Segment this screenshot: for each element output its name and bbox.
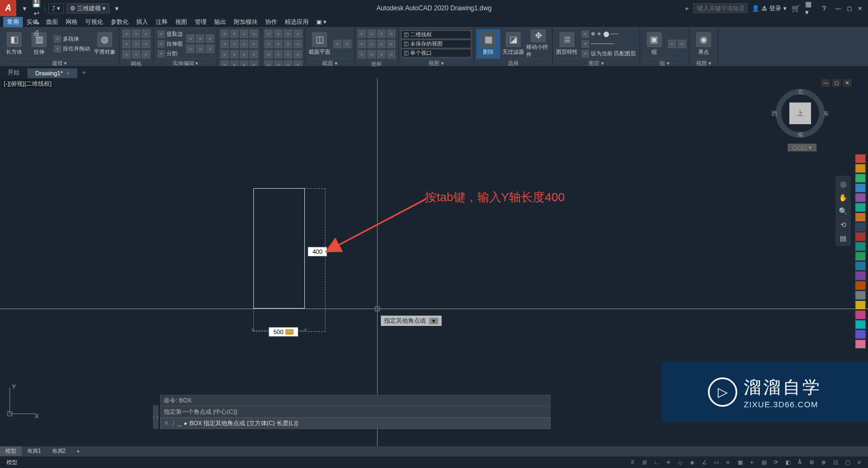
close-cmd-icon[interactable]: ✕ <box>164 420 169 427</box>
vp-minimize-icon[interactable]: — <box>821 79 830 87</box>
workspace-dropdown[interactable]: ⚙ 三维建模 ▾ <box>66 3 110 14</box>
ribbon-big-9-0[interactable]: ≣图层特性 <box>555 29 579 59</box>
snap-toggle-icon[interactable]: ⊞ <box>639 458 650 467</box>
palette-tool-14[interactable] <box>855 291 866 300</box>
ribbon-panel-title[interactable]: 视图 ▾ <box>692 59 716 66</box>
ribbon-tiny-6-0-1[interactable]: ▫ <box>367 29 376 38</box>
ribbon-tiny-10-0-1[interactable]: ▫ <box>678 40 686 48</box>
ribbon-tab-6[interactable]: 插入 <box>132 17 152 27</box>
ribbon-tab-10[interactable]: 输出 <box>210 17 230 27</box>
palette-tool-17[interactable] <box>855 320 866 329</box>
ucs-icon[interactable]: Y X <box>4 381 42 419</box>
osnap-toggle-icon[interactable]: ◇ <box>675 458 686 467</box>
palette-tool-6[interactable] <box>855 213 866 222</box>
ribbon-med-2-0-0[interactable]: ▫提取边 <box>156 29 184 39</box>
palette-tool-7[interactable] <box>855 222 866 232</box>
ribbon-big-8-0[interactable]: ▦删除 <box>476 29 500 59</box>
ribbon-panel-title[interactable]: 组 ▾ <box>642 59 687 66</box>
ribbon-tiny-6-0-2[interactable]: ▫ <box>377 29 386 38</box>
qp-icon[interactable]: ▤ <box>758 458 769 467</box>
ribbon-panel-title[interactable]: 建模 ▾ <box>2 59 117 66</box>
share-button[interactable]: ⤴ ▾ <box>48 3 64 14</box>
palette-tool-18[interactable] <box>855 330 866 339</box>
ribbon-tiny-3-0-2[interactable]: ▫ <box>240 29 248 38</box>
ribbon-panel-title[interactable]: 截面 ▾ <box>308 59 352 66</box>
ribbon-tiny-2-0-2[interactable]: ▫ <box>206 34 214 43</box>
ribbon-tiny-2-1-1[interactable]: ▫ <box>196 44 205 53</box>
annomon-icon[interactable]: ⊕ <box>818 458 829 467</box>
ribbon-tiny-4-1-0[interactable]: ▫ <box>264 40 273 48</box>
ribbon-tiny-6-0-3[interactable]: ▫ <box>387 29 395 38</box>
ribbon-tiny-3-1-0[interactable]: ▫ <box>220 40 229 48</box>
ribbon-tiny-1-2-1[interactable]: ▫ <box>132 50 141 59</box>
ribbon-panel-title[interactable]: 选择 <box>476 59 550 66</box>
doc-tab-0[interactable]: 开始 <box>0 67 28 78</box>
palette-tool-2[interactable] <box>855 174 866 183</box>
ribbon-tiny-3-1-2[interactable]: ▫ <box>240 40 248 48</box>
ribbon-med-9-1-0[interactable]: ▫❄ ☀ ⬤ ── <box>580 29 637 39</box>
layout-tab-1[interactable]: 布局1 <box>22 446 47 456</box>
ribbon-panel-title[interactable]: 视图 ▾ <box>401 59 471 66</box>
ribbon-med-2-0-2[interactable]: ▫分割 <box>156 49 184 58</box>
polar-toggle-icon[interactable]: ✛ <box>663 458 674 467</box>
viewport-label[interactable]: [-][俯视][二维线框] <box>2 79 53 88</box>
viewcube-top-face[interactable]: 上 <box>789 102 811 124</box>
ribbon-tiny-6-1-1[interactable]: ▫ <box>367 40 376 48</box>
app-logo[interactable]: A <box>0 0 16 16</box>
qat-triangle-icon[interactable]: ▾ <box>20 3 29 13</box>
pan-icon[interactable]: ✋ <box>837 191 849 203</box>
ribbon-tiny-6-1-0[interactable]: ▫ <box>358 40 366 48</box>
ribbon-tiny-2-1-0[interactable]: ▫ <box>186 44 195 53</box>
ribbon-tiny-3-2-1[interactable]: ▫ <box>230 50 239 59</box>
ribbon-big-8-1[interactable]: ◪无过滤器 <box>501 29 525 59</box>
ribbon-tiny-4-2-1[interactable]: ▫ <box>274 50 283 59</box>
ribbon-tab-8[interactable]: 视图 <box>171 17 191 27</box>
viewcube-south[interactable]: 南 <box>797 131 803 139</box>
ribbon-tiny-1-0-2[interactable]: ▫ <box>142 29 150 38</box>
ribbon-tiny-6-2-2[interactable]: ▫ <box>377 50 386 59</box>
palette-tool-16[interactable] <box>855 310 866 319</box>
ribbon-tab-13[interactable]: 精选应用 <box>281 17 312 27</box>
lineweight-toggle-icon[interactable]: ≡ <box>723 458 733 467</box>
ribbon-tiny-4-0-2[interactable]: ▫ <box>284 29 292 38</box>
ribbon-tiny-6-2-0[interactable]: ▫ <box>358 50 366 59</box>
vp-maximize-icon[interactable]: ▢ <box>832 79 841 87</box>
viewcube-east[interactable]: 东 <box>823 110 829 118</box>
palette-tool-8[interactable] <box>855 232 866 241</box>
commandline-drag-handle[interactable]: ⋮⋮ <box>153 405 158 429</box>
ribbon-tab-12[interactable]: 协作 <box>261 17 281 27</box>
ribbon-tiny-2-1-2[interactable]: ▫ <box>206 44 214 53</box>
cleanscreen-icon[interactable]: ▢ <box>842 458 853 467</box>
ribbon-big-8-2[interactable]: ✥移动小控件 <box>526 29 550 59</box>
ribbon-tiny-4-2-0[interactable]: ▫ <box>264 50 273 59</box>
viewcube-north[interactable]: 北 <box>797 88 803 96</box>
add-tab-button[interactable]: + <box>78 67 90 78</box>
ribbon-tiny-10-0-0[interactable]: ▫ <box>668 40 676 48</box>
ribbon-panel-title[interactable]: 实体编辑 ▾ <box>156 59 215 66</box>
status-model-button[interactable]: 模型 <box>3 459 17 466</box>
palette-tool-11[interactable] <box>855 261 866 271</box>
drawing-area[interactable]: [-][俯视][二维线框] — ▢ ✕ 400 500🔒 指定其他角点或▼ 按t… <box>0 78 868 446</box>
qat-btn-4[interactable]: ↪ <box>31 18 41 28</box>
layout-tab-2[interactable]: 布局2 <box>47 446 72 456</box>
ribbon-tiny-6-0-0[interactable]: ▫ <box>358 29 366 38</box>
cart-icon[interactable]: 🛒 <box>791 3 801 13</box>
ribbon-med-0-2-1[interactable]: ▫按住并拖动 <box>52 44 92 53</box>
ribbon-panel-title[interactable]: 网格 <box>122 59 151 67</box>
maximize-button[interactable]: ▢ <box>844 4 854 12</box>
ribbon-tiny-4-0-3[interactable]: ▫ <box>293 29 302 38</box>
ribbon-tiny-1-0-0[interactable]: ▫ <box>122 29 131 38</box>
ribbon-tiny-6-1-3[interactable]: ▫ <box>387 40 395 48</box>
ribbon-tab-7[interactable]: 注释 <box>152 17 171 27</box>
close-button[interactable]: ✕ <box>855 4 865 12</box>
annoscale-icon[interactable]: Å <box>794 458 805 467</box>
hardware-icon[interactable]: ⊡ <box>830 458 841 467</box>
app-switcher-icon[interactable]: ▦ ▾ <box>805 3 815 13</box>
ribbon-dd-7-2[interactable]: ◫ 单个视口 <box>401 49 471 57</box>
ribbon-tiny-4-1-1[interactable]: ▫ <box>274 40 283 48</box>
ribbon-tiny-3-0-3[interactable]: ▫ <box>250 29 258 38</box>
palette-tool-5[interactable] <box>855 203 866 212</box>
ribbon-tiny-3-1-1[interactable]: ▫ <box>230 40 239 48</box>
grid-toggle-icon[interactable]: # <box>627 458 638 467</box>
ribbon-tiny-6-2-1[interactable]: ▫ <box>367 50 376 59</box>
